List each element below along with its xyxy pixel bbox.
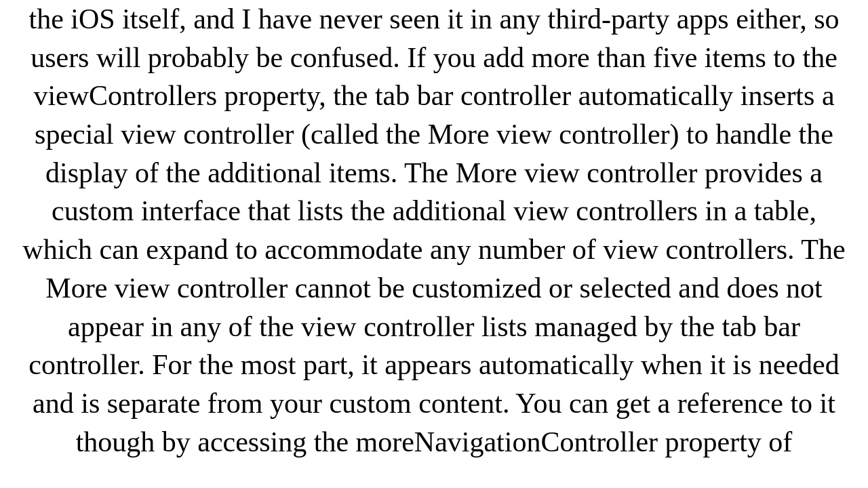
text-content: the iOS itself, and I have never seen it…: [22, 3, 845, 458]
main-text-block: the iOS itself, and I have never seen it…: [14, 0, 854, 461]
content-area: the iOS itself, and I have never seen it…: [0, 0, 868, 488]
